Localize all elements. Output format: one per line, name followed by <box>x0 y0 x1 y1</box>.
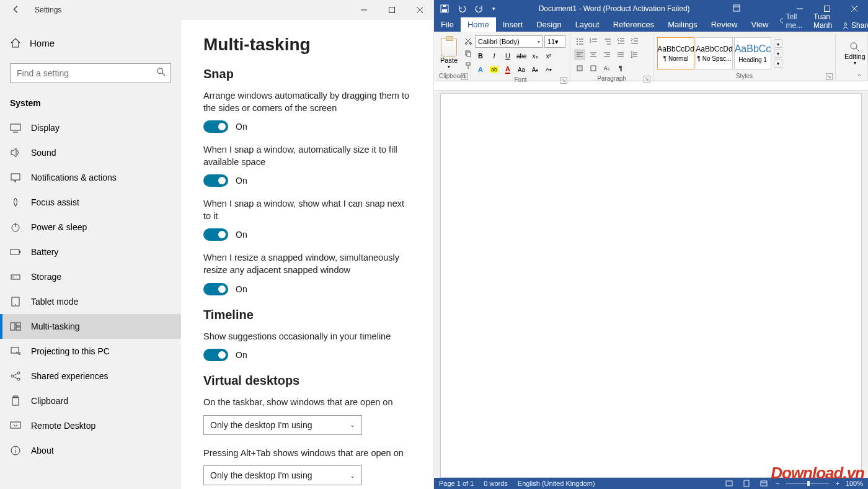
font-launcher-icon[interactable]: ↘ <box>560 77 567 84</box>
snap-toggle-4[interactable] <box>203 283 228 295</box>
vd-dropdown-taskbar[interactable]: Only the desktop I'm using ⌄ <box>203 415 362 435</box>
styles-launcher-icon[interactable]: ↘ <box>826 73 833 80</box>
qat-customize-icon[interactable]: ▾ <box>492 6 495 12</box>
font-name-selector[interactable]: Calibri (Body) ▾ <box>475 35 543 48</box>
italic-button[interactable]: I <box>489 50 500 61</box>
show-marks-button[interactable]: ¶ <box>615 63 626 74</box>
close-button[interactable] <box>405 0 433 20</box>
styles-expand-icon[interactable]: ▾ <box>774 59 782 68</box>
sidebar-item-sound[interactable]: Sound <box>0 140 181 165</box>
bold-button[interactable]: B <box>475 50 486 61</box>
superscript-button[interactable]: x² <box>543 50 554 61</box>
notifications-icon <box>10 172 21 183</box>
zoom-out-button[interactable]: − <box>776 480 779 487</box>
decrease-indent-button[interactable] <box>615 35 626 47</box>
sidebar-item-clipboard[interactable]: Clipboard <box>0 388 181 413</box>
sidebar-item-shared-experiences[interactable]: Shared experiences <box>0 364 181 388</box>
undo-icon[interactable] <box>458 4 466 13</box>
tab-file[interactable]: File <box>434 17 461 32</box>
bullets-button[interactable] <box>574 35 585 47</box>
sidebar-item-multi-tasking[interactable]: Multi-tasking <box>0 314 181 339</box>
ribbon-display-options-icon[interactable] <box>733 4 740 14</box>
style-normal[interactable]: AaBbCcDd ¶ Normal <box>657 37 694 70</box>
tab-home[interactable]: Home <box>461 17 496 32</box>
maximize-button[interactable] <box>378 0 405 20</box>
align-center-button[interactable] <box>588 49 599 60</box>
timeline-toggle-1[interactable] <box>203 349 228 361</box>
collapse-ribbon-icon[interactable]: ⌃ <box>857 73 866 79</box>
tell-me-box[interactable]: Tell me... <box>775 11 808 32</box>
sidebar-item-display[interactable]: Display <box>0 115 181 140</box>
print-layout-icon[interactable] <box>741 478 752 489</box>
sidebar-item-tablet-mode[interactable]: Tablet mode <box>0 289 181 314</box>
change-case-button[interactable]: Aa <box>516 64 527 75</box>
grow-font-button[interactable]: A▴ <box>529 64 541 75</box>
snap-toggle-3[interactable] <box>203 228 228 241</box>
font-color-button[interactable]: A <box>502 64 513 75</box>
text-effects-button[interactable]: A <box>475 64 486 75</box>
sidebar-item-notifications[interactable]: Notifications & actions <box>0 165 181 190</box>
status-page[interactable]: Page 1 of 1 <box>439 480 474 487</box>
tab-layout[interactable]: Layout <box>569 17 606 32</box>
sidebar-item-power-sleep[interactable]: Power & sleep <box>0 215 181 240</box>
snap-toggle-2[interactable] <box>203 174 228 187</box>
tab-insert[interactable]: Insert <box>496 17 530 32</box>
sidebar-item-about[interactable]: About <box>0 438 181 463</box>
styles-scroll-down-icon[interactable]: ▾ <box>774 49 782 58</box>
zoom-slider[interactable] <box>786 483 829 484</box>
share-button[interactable]: Share <box>837 19 868 32</box>
multilevel-list-button[interactable] <box>601 35 613 47</box>
status-words[interactable]: 0 words <box>484 480 508 487</box>
align-right-button[interactable] <box>601 49 613 60</box>
sidebar-item-storage[interactable]: Storage <box>0 264 181 289</box>
search-input[interactable] <box>17 64 152 83</box>
numbering-button[interactable]: 12 <box>588 35 599 47</box>
tab-references[interactable]: References <box>606 17 661 32</box>
align-left-button[interactable] <box>574 49 585 60</box>
web-layout-icon[interactable] <box>758 478 769 489</box>
sort-button[interactable]: A↓ <box>601 63 613 74</box>
snap-toggle-1[interactable] <box>203 120 228 133</box>
tab-design[interactable]: Design <box>529 17 568 32</box>
shading-button[interactable] <box>574 63 585 74</box>
document-page[interactable] <box>440 93 862 478</box>
sidebar-item-remote-desktop[interactable]: Remote Desktop <box>0 413 181 438</box>
underline-button[interactable]: U <box>502 50 513 61</box>
read-mode-icon[interactable] <box>724 478 735 489</box>
shrink-font-button[interactable]: A▾ <box>543 64 554 75</box>
strikethrough-button[interactable]: abc <box>516 50 527 61</box>
borders-button[interactable] <box>588 63 599 74</box>
clipboard-launcher-icon[interactable]: ↘ <box>461 73 468 80</box>
font-size-selector[interactable]: 11 ▾ <box>544 35 565 48</box>
paste-button[interactable]: Paste ▾ <box>438 38 460 70</box>
paragraph-launcher-icon[interactable]: ↘ <box>644 76 650 83</box>
back-button[interactable] <box>10 5 22 16</box>
redo-icon[interactable] <box>475 4 484 13</box>
zoom-in-button[interactable]: + <box>835 480 839 487</box>
home-nav-item[interactable]: Home <box>0 30 181 56</box>
increase-indent-button[interactable] <box>629 35 640 47</box>
sidebar-item-projecting[interactable]: Projecting to this PC <box>0 339 181 364</box>
highlight-button[interactable]: ab <box>489 64 500 75</box>
vd-dropdown-alttab[interactable]: Only the desktop I'm using ⌄ <box>203 465 362 485</box>
user-name[interactable]: Tuan Manh <box>808 11 837 32</box>
styles-scroll-up-icon[interactable]: ▴ <box>774 39 782 48</box>
style-heading-1[interactable]: AaBbCc Heading 1 <box>734 37 771 70</box>
justify-button[interactable] <box>615 49 626 60</box>
svg-point-14 <box>12 277 14 278</box>
line-spacing-button[interactable] <box>629 49 640 60</box>
sidebar-item-focus-assist[interactable]: Focus assist <box>0 190 181 215</box>
status-language[interactable]: English (United Kingdom) <box>518 480 595 487</box>
zoom-level[interactable]: 100% <box>846 480 863 487</box>
search-box[interactable] <box>10 63 171 83</box>
sidebar-item-battery[interactable]: Battery <box>0 240 181 264</box>
word-close-button[interactable] <box>841 0 868 17</box>
subscript-button[interactable]: x₂ <box>529 50 541 61</box>
tab-view[interactable]: View <box>744 17 775 32</box>
minimize-button[interactable] <box>350 0 378 20</box>
tab-mailings[interactable]: Mailings <box>661 17 704 32</box>
editing-button[interactable]: Editing ▾ <box>839 42 868 66</box>
tab-review[interactable]: Review <box>704 17 745 32</box>
save-icon[interactable] <box>440 4 449 13</box>
style-no-spacing[interactable]: AaBbCcDd ¶ No Spac... <box>696 37 733 70</box>
